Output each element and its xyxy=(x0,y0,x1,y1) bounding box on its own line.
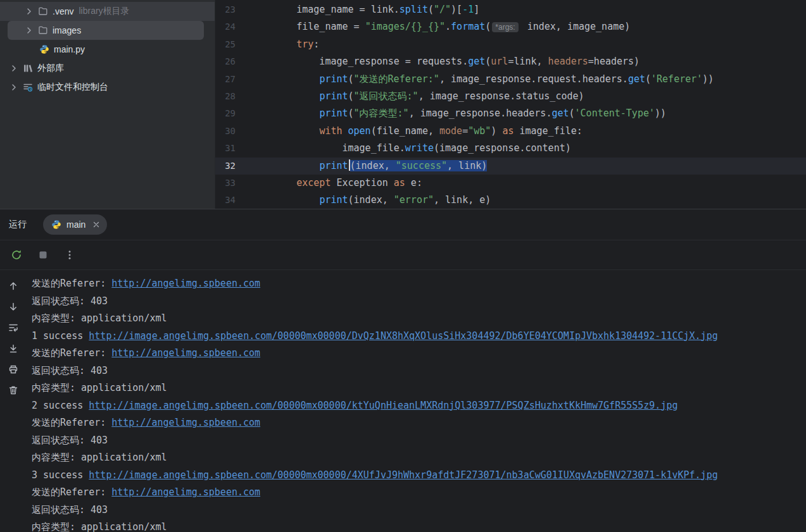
tree-item-images[interactable]: images xyxy=(8,21,204,40)
code-token xyxy=(251,73,319,85)
line-number[interactable]: 24 xyxy=(215,18,251,35)
rerun-icon[interactable] xyxy=(8,247,25,263)
console-link[interactable]: http://image.angelimg.spbeen.com/00000mx… xyxy=(89,330,717,342)
code-text: try: xyxy=(251,36,806,53)
close-icon[interactable] xyxy=(92,220,101,229)
code-text: image_name = link.split("/")[-1] xyxy=(251,1,806,18)
editor-line[interactable]: 25 try: xyxy=(215,36,806,53)
console-text: 2 success xyxy=(32,400,89,411)
console-area: 发送的Referer: http://angelimg.spbeen.com返回… xyxy=(0,270,806,532)
editor-line[interactable]: 30 with open(file_name, mode="wb") as im… xyxy=(215,123,806,140)
console-link[interactable]: http://image.angelimg.spbeen.com/00000mx… xyxy=(89,400,677,411)
console-link[interactable]: http://angelimg.spbeen.com xyxy=(111,486,260,498)
console-text: 1 success xyxy=(32,330,89,342)
console-text: 内容类型: application/xml xyxy=(32,452,167,463)
tree-item-label: 外部库 xyxy=(37,63,64,74)
code-token: image_response = requests. xyxy=(251,56,468,67)
console-line: 内容类型: application/xml xyxy=(32,380,806,397)
code-token: "/" xyxy=(434,4,451,15)
run-tab-label: main xyxy=(66,220,85,230)
editor-line[interactable]: 26 image_response = requests.get(url=lin… xyxy=(215,53,806,70)
editor-line[interactable]: 28 print("返回状态码:", image_response.status… xyxy=(215,88,806,105)
tree-item-venv[interactable]: .venvlibrary根目录 xyxy=(0,2,215,21)
code-token: )[ xyxy=(451,4,462,15)
editor-line[interactable]: 27 print("发送的Referer:", image_response.r… xyxy=(215,71,806,88)
folder-icon xyxy=(38,6,48,16)
console-link[interactable]: http://angelimg.spbeen.com xyxy=(111,278,260,289)
stop-icon[interactable] xyxy=(35,247,51,263)
line-number[interactable]: 29 xyxy=(215,105,251,122)
console-line: 发送的Referer: http://angelimg.spbeen.com xyxy=(32,484,806,502)
line-number[interactable]: 26 xyxy=(215,53,251,70)
code-token: print xyxy=(319,160,348,171)
console-link[interactable]: http://image.angelimg.spbeen.com/00000mx… xyxy=(89,469,717,481)
editor-line[interactable]: 29 print("内容类型:", image_response.headers… xyxy=(215,105,806,122)
code-token: "返回状态码:" xyxy=(354,90,419,102)
line-number[interactable]: 34 xyxy=(215,192,251,209)
more-icon[interactable] xyxy=(61,247,78,263)
editor-line[interactable]: 23 image_name = link.split("/")[-1] xyxy=(215,1,806,18)
chevron-right-icon[interactable] xyxy=(9,82,19,92)
code-token: (index, xyxy=(348,194,394,206)
console-line: 2 success http://image.angelimg.spbeen.c… xyxy=(32,397,806,415)
library-icon xyxy=(23,63,33,73)
code-token: image_name = link. xyxy=(251,4,400,15)
code-token: ( xyxy=(428,4,434,15)
code-token: , image_response.request.headers. xyxy=(439,73,628,85)
editor-line[interactable]: 24 file_name = "images/{}_{}".format(*ar… xyxy=(215,18,806,35)
code-text: except Exception as e: xyxy=(251,175,806,192)
console-output[interactable]: 发送的Referer: http://angelimg.spbeen.com返回… xyxy=(27,270,806,532)
chevron-right-icon[interactable] xyxy=(24,25,34,35)
console-line: 返回状态码: 403 xyxy=(32,502,806,519)
editor-line[interactable]: 32 print(index, "success", link) xyxy=(215,158,806,175)
editor-line[interactable]: 31 image_file.write(image_response.conte… xyxy=(215,140,806,157)
scroll-to-end-icon[interactable] xyxy=(5,340,22,357)
code-token xyxy=(343,125,348,137)
line-number[interactable]: 31 xyxy=(215,140,251,157)
tree-item-scratches-and-consoles[interactable]: 临时文件和控制台 xyxy=(0,78,215,97)
clear-icon[interactable] xyxy=(5,382,22,399)
console-link[interactable]: http://angelimg.spbeen.com xyxy=(111,347,260,359)
line-number[interactable]: 25 xyxy=(215,36,251,53)
code-token xyxy=(251,108,319,119)
code-token: 'Content-Type' xyxy=(575,108,655,119)
soft-wrap-icon[interactable] xyxy=(5,319,22,336)
console-text: 返回状态码: 403 xyxy=(32,295,108,307)
code-token: split xyxy=(400,4,428,15)
line-number[interactable]: 27 xyxy=(215,71,251,88)
print-icon[interactable] xyxy=(5,361,22,378)
code-token: url xyxy=(491,56,508,67)
code-text: print("内容类型:", image_response.headers.ge… xyxy=(251,105,806,122)
arrow-down-icon[interactable] xyxy=(5,299,22,315)
tree-item-external-libraries[interactable]: 外部库 xyxy=(0,59,215,78)
code-token xyxy=(251,160,319,171)
code-token: file_name = xyxy=(251,21,365,32)
chevron-right-icon[interactable] xyxy=(24,6,34,16)
code-token: ) xyxy=(491,125,502,137)
console-line: 发送的Referer: http://angelimg.spbeen.com xyxy=(32,345,806,362)
code-token: as xyxy=(502,125,513,137)
code-token: )) xyxy=(702,73,714,85)
code-token xyxy=(251,177,296,189)
run-tab-main[interactable]: main xyxy=(43,214,107,235)
editor-line[interactable]: 34 print(index, "error", link, e) xyxy=(215,192,806,209)
line-number[interactable]: 30 xyxy=(215,123,251,140)
line-number[interactable]: 28 xyxy=(215,88,251,105)
line-number[interactable]: 33 xyxy=(215,175,251,192)
tree-item-main-py[interactable]: main.py xyxy=(0,40,215,59)
editor-line[interactable]: 33 except Exception as e: xyxy=(215,175,806,192)
chevron-right-icon[interactable] xyxy=(9,63,19,73)
console-line: 返回状态码: 403 xyxy=(32,293,806,311)
arrow-up-icon[interactable] xyxy=(5,278,22,294)
line-number[interactable]: 32 xyxy=(215,158,251,175)
line-number[interactable]: 23 xyxy=(215,1,251,18)
code-token: "success" xyxy=(396,160,447,171)
run-tool-window-title: 运行 xyxy=(9,219,27,230)
code-token: as xyxy=(394,177,405,189)
code-token: image_file. xyxy=(251,142,405,154)
code-text: print("发送的Referer:", image_response.requ… xyxy=(251,71,806,88)
console-link[interactable]: http://angelimg.spbeen.com xyxy=(111,417,260,428)
top-area: .venvlibrary根目录imagesmain.py外部库临时文件和控制台 … xyxy=(0,0,806,209)
inlay-hint-args: *args: xyxy=(492,22,518,32)
code-editor[interactable]: 23 image_name = link.split("/")[-1]24 fi… xyxy=(215,0,806,209)
